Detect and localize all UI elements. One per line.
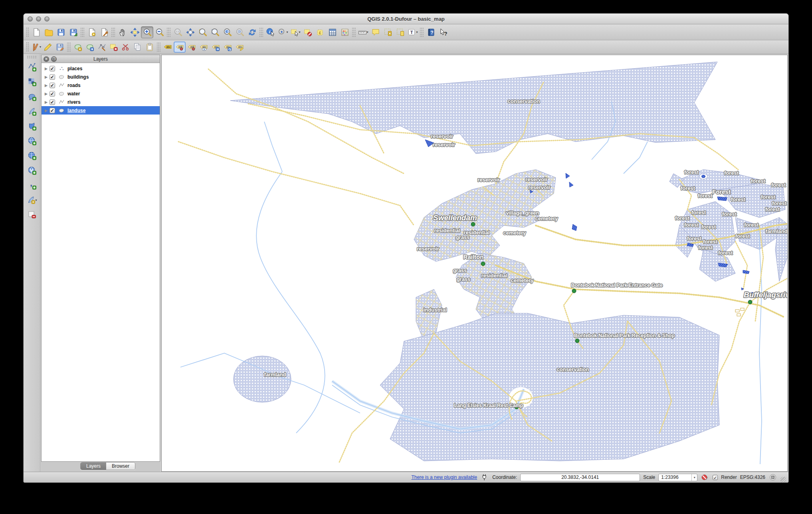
text-annotation-button[interactable]: T▾: [406, 26, 419, 38]
select-features-button[interactable]: ▾: [289, 26, 301, 38]
open-attribute-table-button[interactable]: [326, 26, 339, 38]
layer-visibility-checkbox[interactable]: ✓: [50, 83, 55, 88]
expand-icon[interactable]: ▶: [45, 100, 50, 104]
add-wcs-layer-button[interactable]: [26, 149, 38, 162]
add-wms-layer-button[interactable]: [26, 134, 38, 147]
stop-render-icon[interactable]: [701, 473, 709, 482]
rotate-label-button[interactable]: abc: [222, 42, 234, 53]
chevron-down-icon[interactable]: ▾: [286, 30, 288, 34]
copy-features-button[interactable]: [132, 42, 144, 53]
add-vector-layer-button[interactable]: [26, 61, 38, 73]
plugin-available-link[interactable]: There is a new plugin available: [411, 474, 477, 480]
current-edits-button[interactable]: ▾: [30, 42, 42, 53]
chevron-down-icon[interactable]: ▾: [40, 45, 41, 49]
tab-layers[interactable]: Layers: [81, 463, 106, 470]
composer-manager-button[interactable]: [98, 26, 110, 38]
field-calculator-button[interactable]: [339, 26, 351, 38]
new-project-button[interactable]: [30, 26, 42, 38]
save-layer-edits-button[interactable]: [54, 42, 66, 53]
render-checkbox[interactable]: ✓: [713, 475, 718, 480]
show-bookmarks-button[interactable]: [394, 26, 406, 38]
map-label: reservoir: [417, 246, 439, 252]
toggle-editing-button[interactable]: [42, 42, 54, 53]
map-canvas[interactable]: conservationreservoirreservoirreservoirr…: [161, 55, 788, 472]
layer-visibility-checkbox[interactable]: ✓: [50, 74, 55, 80]
highlight-pinned-labels-button[interactable]: abc: [186, 42, 198, 53]
paste-features-button[interactable]: [144, 42, 156, 53]
measure-line-button[interactable]: ▾: [357, 26, 369, 38]
add-mssql-layer-button[interactable]: [26, 120, 38, 132]
move-feature-button[interactable]: [84, 42, 96, 53]
chevron-down-icon[interactable]: ▾: [416, 30, 418, 34]
resize-grip[interactable]: [780, 477, 786, 482]
add-raster-layer-button[interactable]: [26, 75, 38, 88]
layer-item-places[interactable]: ▶✓places: [42, 64, 160, 73]
add-delimited-text-layer-button[interactable]: ,: [26, 179, 38, 192]
zoom-next-button[interactable]: [234, 26, 246, 38]
deselect-features-button[interactable]: [301, 26, 314, 38]
title-bar[interactable]: QGIS 2.0.1-Dufour – basic_map: [24, 14, 788, 24]
layer-item-water[interactable]: ▶✓water: [42, 89, 160, 98]
refresh-map-button[interactable]: [246, 26, 258, 38]
move-label-button[interactable]: abc: [210, 42, 222, 53]
zoom-actual-size-button[interactable]: 1:1: [172, 26, 184, 38]
layer-item-buildings[interactable]: ▶✓buildings: [42, 73, 160, 81]
remove-layer-button[interactable]: [26, 208, 38, 221]
toolbar-handle[interactable]: [27, 55, 37, 59]
pin-label-button[interactable]: abc: [174, 42, 186, 53]
layer-visibility-checkbox[interactable]: ✓: [50, 99, 55, 105]
zoom-last-button[interactable]: [221, 26, 234, 38]
add-wfs-layer-button[interactable]: [26, 164, 38, 177]
crs-status-icon[interactable]: [768, 473, 777, 482]
layer-visibility-checkbox[interactable]: ✓: [50, 91, 55, 97]
expand-icon[interactable]: ▶: [45, 109, 50, 113]
node-tool-button[interactable]: [96, 42, 108, 53]
add-spatialite-layer-button[interactable]: [26, 105, 38, 118]
run-feature-action-button[interactable]: ▾: [277, 26, 289, 38]
chevron-down-icon[interactable]: ▾: [35, 198, 37, 202]
expand-icon[interactable]: ▶: [45, 67, 50, 71]
whats-this-button[interactable]: ?: [437, 26, 450, 38]
map-tips-button[interactable]: [369, 26, 382, 38]
change-label-button[interactable]: abc: [234, 42, 246, 53]
new-bookmark-button[interactable]: [382, 26, 394, 38]
pan-to-selection-button[interactable]: [129, 26, 141, 38]
save-project-as-button[interactable]: [67, 26, 79, 38]
plugin-icon[interactable]: [480, 473, 489, 482]
layer-item-rivers[interactable]: ▶✓rivers: [42, 98, 160, 106]
new-print-composer-button[interactable]: [85, 26, 98, 38]
layer-visibility-checkbox[interactable]: ✓: [50, 108, 55, 113]
zoom-out-button[interactable]: [153, 26, 166, 38]
delete-selected-button[interactable]: [108, 42, 120, 53]
chevron-down-icon[interactable]: ▾: [299, 30, 300, 34]
toolbar-handle[interactable]: [26, 27, 29, 38]
zoom-full-extent-button[interactable]: [184, 26, 196, 38]
toolbar-handle[interactable]: [26, 42, 29, 52]
select-by-expression-button[interactable]: ε: [314, 26, 326, 38]
identify-features-button[interactable]: i: [264, 26, 277, 38]
layer-item-landuse[interactable]: ▶✓landuse: [42, 106, 160, 115]
coordinate-input[interactable]: [520, 474, 640, 481]
help-contents-button[interactable]: ?: [425, 26, 437, 38]
layer-visibility-checkbox[interactable]: ✓: [50, 66, 55, 71]
pan-map-button[interactable]: [116, 26, 129, 38]
cut-features-button[interactable]: [120, 42, 132, 53]
scale-combo[interactable]: 1:23396 ▼: [658, 474, 697, 481]
add-postgis-layer-button[interactable]: [26, 90, 38, 103]
chevron-down-icon[interactable]: ▼: [691, 474, 697, 481]
save-project-button[interactable]: [55, 26, 67, 38]
chevron-down-icon[interactable]: ▾: [366, 30, 368, 34]
tab-browser[interactable]: Browser: [106, 463, 135, 470]
zoom-to-layer-button[interactable]: [209, 26, 221, 38]
expand-icon[interactable]: ▶: [45, 83, 50, 87]
labeling-button[interactable]: abc: [162, 42, 174, 53]
zoom-to-selection-button[interactable]: [196, 26, 209, 38]
new-shapefile-layer-button[interactable]: ▾: [26, 194, 38, 206]
expand-icon[interactable]: ▶: [45, 92, 50, 96]
open-project-button[interactable]: [42, 26, 55, 38]
layer-item-roads[interactable]: ▶✓roads: [42, 81, 160, 89]
zoom-in-button[interactable]: [141, 26, 153, 38]
expand-icon[interactable]: ▶: [45, 75, 50, 79]
show-hide-labels-button[interactable]: abc: [198, 42, 210, 53]
add-feature-button[interactable]: [72, 42, 84, 53]
